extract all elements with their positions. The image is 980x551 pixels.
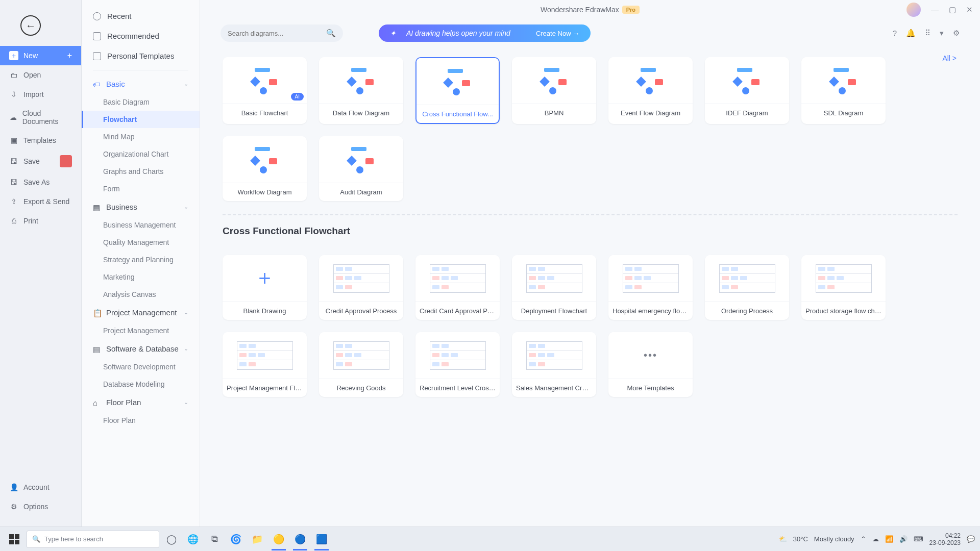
nav-templates[interactable]: ▣ Templates [0, 131, 81, 150]
back-button[interactable]: ← [20, 15, 41, 36]
sparkle-icon: ✦ [390, 29, 396, 37]
nav-label: Print [23, 217, 38, 225]
window-maximize[interactable]: ▢ [949, 5, 956, 14]
diagram-type-card[interactable]: Workflow Diagram [223, 136, 307, 201]
weather-icon[interactable]: ⛅ [779, 535, 787, 543]
chevron-down-icon: ⌄ [184, 345, 188, 352]
search-icon[interactable]: 🔍 [326, 29, 336, 38]
sub-analysis[interactable]: Analysis Canvas [82, 286, 200, 303]
thumbnail: + [223, 255, 307, 302]
sub-org-chart[interactable]: Organizational Chart [82, 145, 200, 163]
taskbar-globe[interactable]: 🌐 [184, 530, 202, 548]
group-project-mgmt[interactable]: 📋 Project Management ⌄ [82, 303, 200, 322]
thumbnail [608, 57, 693, 104]
avatar[interactable] [906, 3, 921, 17]
tray-notifications-icon[interactable]: 💬 [967, 535, 975, 543]
nav-print[interactable]: ⎙ Print [0, 211, 81, 231]
taskbar-search[interactable]: 🔍 Type here to search [27, 531, 159, 548]
nav-save[interactable]: 🖫 Save [0, 150, 81, 172]
cat-recent[interactable]: Recent [82, 6, 200, 26]
diagram-type-card[interactable]: Event Flow Diagram [608, 57, 693, 124]
sub-strategy[interactable]: Strategy and Planning [82, 251, 200, 268]
taskbar-explorer[interactable]: 📁 [248, 530, 266, 548]
template-card[interactable]: Credit Approval Process [319, 255, 403, 320]
taskbar-chrome[interactable]: 🟡 [270, 530, 288, 548]
template-card[interactable]: Credit Card Approval Proc... [415, 255, 500, 320]
taskbar-cortana[interactable]: ◯ [162, 530, 181, 548]
template-card[interactable]: Recruitment Level Cross F... [415, 332, 500, 397]
nav-save-as[interactable]: 🖫 Save As [0, 172, 81, 192]
sub-basic-diagram[interactable]: Basic Diagram [82, 93, 200, 111]
taskbar-edge[interactable]: 🌀 [227, 530, 245, 548]
nav-export[interactable]: ⇪ Export & Send [0, 192, 81, 211]
diagram-type-card[interactable]: Cross Functional Flow... [415, 57, 500, 124]
group-basic[interactable]: 🏷 Basic ⌄ [82, 74, 200, 93]
view-icon[interactable]: ▾ [940, 29, 944, 38]
bell-icon[interactable]: 🔔 [906, 29, 916, 38]
sub-form[interactable]: Form [82, 180, 200, 197]
sub-flowchart[interactable]: Flowchart [82, 111, 200, 128]
template-card[interactable]: Deployment Flowchart [512, 255, 596, 320]
diagram-type-card[interactable]: AIBasic Flowchart [223, 57, 307, 124]
ai-banner[interactable]: ✦ AI drawing helps open your mind Create… [379, 24, 591, 42]
cat-recommended[interactable]: Recommended [82, 26, 200, 46]
template-card[interactable]: Project Management Flow... [223, 332, 307, 397]
all-link[interactable]: All > [942, 54, 957, 62]
windows-icon [9, 534, 19, 544]
create-now-button[interactable]: Create Now → [536, 30, 579, 37]
taskbar-word[interactable]: 🔵 [291, 530, 309, 548]
template-card[interactable]: Product storage flow chart [801, 255, 886, 320]
diagram-type-card[interactable]: IDEF Diagram [705, 57, 789, 124]
more-templates-card[interactable]: •••More Templates [608, 332, 693, 397]
search-box[interactable]: 🔍 [220, 24, 343, 42]
nav-open[interactable]: 🗀 Open [0, 65, 81, 85]
diagram-type-card[interactable]: SDL Diagram [801, 57, 886, 124]
nav-import[interactable]: ⇩ Import [0, 85, 81, 104]
search-input[interactable] [228, 30, 326, 37]
sub-software-dev[interactable]: Software Development [82, 358, 200, 375]
nav-cloud[interactable]: ☁ Cloud Documents [0, 104, 81, 131]
tray-wifi-icon[interactable]: 📶 [885, 535, 893, 543]
sub-floor-plan[interactable]: Floor Plan [82, 412, 200, 429]
card-label: Event Flow Diagram [608, 104, 693, 122]
add-icon[interactable]: + [67, 51, 72, 60]
settings-icon[interactable]: ⚙ [953, 29, 960, 38]
template-card[interactable]: Ordering Process [705, 255, 789, 320]
nav-account[interactable]: 👤 Account [0, 478, 81, 497]
template-card[interactable]: Sales Management Crossf... [512, 332, 596, 397]
section-title: Cross Functional Flowchart [200, 223, 980, 242]
tray-onedrive-icon[interactable]: ☁ [872, 535, 879, 543]
diagram-type-card[interactable]: Audit Diagram [319, 136, 403, 201]
template-card[interactable]: Receving Goods [319, 332, 403, 397]
nav-options[interactable]: ⚙ Options [0, 497, 81, 516]
tray-lang-icon[interactable]: ⌨ [914, 535, 923, 543]
sub-project-mgmt[interactable]: Project Management [82, 322, 200, 339]
help-icon[interactable]: ? [893, 29, 897, 38]
group-floor-plan[interactable]: ⌂ Floor Plan ⌄ [82, 393, 200, 412]
tray-chevron-icon[interactable]: ⌃ [861, 535, 866, 543]
diagram-type-card[interactable]: BPMN [512, 57, 596, 124]
window-close[interactable]: ✕ [966, 5, 973, 14]
sub-marketing[interactable]: Marketing [82, 268, 200, 286]
template-card[interactable]: Hospital emergency flow c... [608, 255, 693, 320]
group-software-db[interactable]: ▤ Software & Database ⌄ [82, 339, 200, 358]
search-icon: 🔍 [32, 535, 40, 543]
taskbar-taskview[interactable]: ⧉ [205, 530, 224, 548]
diagram-type-card[interactable]: Data Flow Diagram [319, 57, 403, 124]
group-business[interactable]: ▦ Business ⌄ [82, 197, 200, 216]
sub-graphs[interactable]: Graphs and Charts [82, 163, 200, 180]
sub-db-modeling[interactable]: Database Modeling [82, 375, 200, 393]
template-card[interactable]: +Blank Drawing [223, 255, 307, 320]
nav-label: Save As [23, 178, 50, 186]
nav-new[interactable]: + New + [0, 46, 81, 65]
tray-sound-icon[interactable]: 🔊 [899, 535, 908, 543]
sub-business-mgmt[interactable]: Business Management [82, 216, 200, 234]
window-minimize[interactable]: — [931, 6, 939, 14]
taskbar-edrawmax[interactable]: 🟦 [312, 530, 331, 548]
start-button[interactable] [5, 530, 23, 548]
taskbar-clock[interactable]: 04:22 23-09-2023 [929, 532, 961, 546]
cat-personal[interactable]: Personal Templates [82, 46, 200, 66]
apps-icon[interactable]: ⠿ [925, 29, 930, 38]
sub-mind-map[interactable]: Mind Map [82, 128, 200, 145]
sub-quality[interactable]: Quality Management [82, 234, 200, 251]
